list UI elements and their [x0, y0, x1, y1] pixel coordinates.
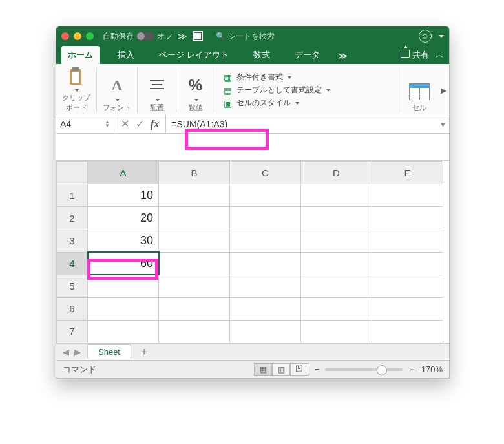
row-header-1[interactable]: 1	[57, 184, 88, 207]
cancel-icon[interactable]: ✕	[121, 118, 129, 130]
zoom-in-button[interactable]: ＋	[408, 364, 416, 375]
row-header-2[interactable]: 2	[57, 207, 88, 229]
cell-C7[interactable]	[230, 320, 301, 343]
view-page-layout-icon[interactable]: ▥	[272, 363, 290, 376]
cell-B3[interactable]	[159, 229, 230, 252]
qat-overflow-icon[interactable]: ≫	[178, 31, 185, 41]
cell-D5[interactable]	[301, 275, 372, 297]
col-header-E[interactable]: E	[372, 162, 443, 184]
group-clipboard[interactable]: クリップ ボード	[56, 68, 97, 112]
view-page-break-icon[interactable]: 凹	[290, 363, 308, 376]
minimize-icon[interactable]	[74, 32, 81, 40]
group-number[interactable]: % 数値	[176, 68, 215, 112]
percent-icon[interactable]: %	[185, 74, 207, 97]
tab-formulas[interactable]: 数式	[247, 46, 277, 64]
share-button[interactable]: 共有	[401, 49, 429, 61]
group-cells[interactable]: セル	[401, 68, 437, 112]
add-sheet-button[interactable]: ＋	[131, 345, 157, 359]
tab-insert[interactable]: 挿入	[111, 46, 141, 64]
cells-icon[interactable]	[409, 83, 430, 100]
tab-data[interactable]: データ	[288, 46, 326, 64]
cell-B6[interactable]	[159, 297, 230, 320]
cell-A4[interactable]: 60	[88, 252, 159, 275]
align-icon[interactable]	[146, 74, 168, 97]
cell-D1[interactable]	[301, 184, 372, 207]
cell-E4[interactable]	[372, 252, 443, 275]
col-header-D[interactable]: D	[301, 162, 372, 184]
select-all-corner[interactable]	[57, 162, 88, 184]
group-font[interactable]: A フォント	[97, 68, 138, 112]
stepper-icon[interactable]: ▲▼	[105, 120, 110, 128]
cell-E7[interactable]	[372, 320, 443, 343]
zoom-out-button[interactable]: −	[315, 365, 320, 374]
row-header-7[interactable]: 7	[57, 320, 88, 343]
cell-A2[interactable]: 20	[88, 207, 159, 229]
sheet-next-icon[interactable]: ▶	[74, 347, 81, 357]
cell-C4[interactable]	[230, 252, 301, 275]
cell-D4[interactable]	[301, 252, 372, 275]
row-header-4[interactable]: 4	[57, 252, 88, 275]
name-box-value: A4	[60, 119, 71, 129]
cell-E3[interactable]	[372, 229, 443, 252]
font-icon[interactable]: A	[106, 74, 128, 97]
sheet-prev-icon[interactable]: ◀	[63, 347, 69, 357]
cell-B4[interactable]	[159, 252, 230, 275]
cell-E5[interactable]	[372, 275, 443, 297]
enter-icon[interactable]: ✓	[136, 118, 144, 130]
cell-A1[interactable]: 10	[88, 184, 159, 207]
number-label: 数値	[189, 103, 203, 112]
row-header-3[interactable]: 3	[57, 229, 88, 252]
cell-B2[interactable]	[159, 207, 230, 229]
grid[interactable]: ABCDE110220330460567	[56, 161, 443, 343]
expand-formula-icon[interactable]: ▾	[436, 119, 449, 129]
cell-A5[interactable]	[88, 275, 159, 297]
zoom-slider[interactable]	[325, 368, 403, 371]
cell-C2[interactable]	[230, 207, 301, 229]
paste-icon[interactable]	[65, 67, 87, 87]
cell-A7[interactable]	[88, 320, 159, 343]
collapse-ribbon-icon[interactable]: ︿	[436, 49, 444, 61]
cell-B5[interactable]	[159, 275, 230, 297]
col-header-B[interactable]: B	[159, 162, 230, 184]
cell-C6[interactable]	[230, 297, 301, 320]
formula-input[interactable]: =SUM(A1:A3)	[166, 114, 436, 133]
cell-E1[interactable]	[372, 184, 443, 207]
cell-B1[interactable]	[159, 184, 230, 207]
cell-D6[interactable]	[301, 297, 372, 320]
table-format-button[interactable]: ▤ テーブルとして書式設定	[222, 85, 394, 96]
col-header-A[interactable]: A	[88, 162, 159, 184]
feedback-icon[interactable]: ☺	[419, 30, 432, 43]
cell-A6[interactable]	[88, 297, 159, 320]
zoom-icon[interactable]	[86, 32, 94, 40]
group-align[interactable]: 配置	[138, 68, 176, 112]
col-header-C[interactable]: C	[230, 162, 301, 184]
autosave-toggle[interactable]: 自動保存 オフ	[103, 31, 173, 42]
cell-styles-button[interactable]: ▣ セルのスタイル	[222, 98, 394, 109]
tabs-overflow-icon[interactable]: ≫	[338, 50, 345, 64]
close-icon[interactable]	[61, 32, 69, 40]
cell-D2[interactable]	[301, 207, 372, 229]
cell-C1[interactable]	[230, 184, 301, 207]
cell-D7[interactable]	[301, 320, 372, 343]
row-header-6[interactable]: 6	[57, 297, 88, 320]
tab-page-layout[interactable]: ページ レイアウト	[152, 46, 235, 64]
toggle-icon[interactable]	[136, 32, 154, 41]
ribbon-overflow-icon[interactable]: ▶	[437, 68, 449, 112]
cell-C5[interactable]	[230, 275, 301, 297]
cell-D3[interactable]	[301, 229, 372, 252]
row-header-5[interactable]: 5	[57, 275, 88, 297]
worksheet[interactable]: ABCDE110220330460567	[56, 161, 449, 343]
name-box[interactable]: A4 ▲▼	[56, 114, 114, 133]
cell-B7[interactable]	[159, 320, 230, 343]
view-normal-icon[interactable]: ▦	[254, 363, 272, 376]
sheet-tab[interactable]: Sheet	[87, 344, 131, 359]
cell-E6[interactable]	[372, 297, 443, 320]
search-input[interactable]: 🔍 シートを検索	[211, 30, 280, 43]
fx-icon[interactable]: fx	[151, 118, 159, 130]
cell-E2[interactable]	[372, 207, 443, 229]
cell-C3[interactable]	[230, 229, 301, 252]
conditional-format-button[interactable]: ▦ 条件付き書式	[222, 72, 394, 83]
cell-A3[interactable]: 30	[88, 229, 159, 252]
chevron-down-icon[interactable]	[439, 35, 444, 38]
tab-home[interactable]: ホーム	[61, 46, 100, 64]
